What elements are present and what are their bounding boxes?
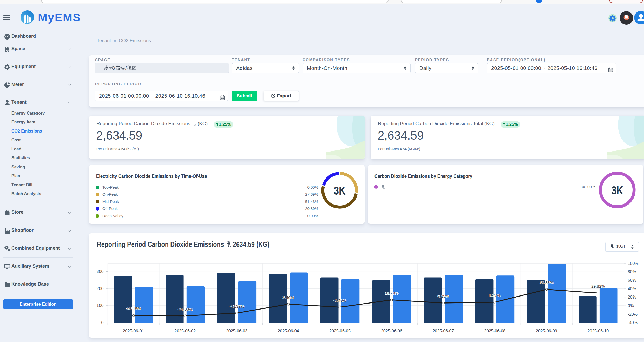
svg-text:3K: 3K — [612, 184, 623, 197]
svg-text:2025-06-06: 2025-06-06 — [381, 329, 402, 333]
svg-text:8.27%: 8.27% — [489, 293, 501, 298]
svg-text:100%: 100% — [628, 261, 639, 266]
svg-text:20%: 20% — [628, 295, 636, 299]
svg-text:3K: 3K — [334, 184, 346, 197]
svg-text:80%: 80% — [628, 269, 636, 274]
svg-text:2025-06-03: 2025-06-03 — [226, 329, 247, 333]
svg-text:200: 200 — [97, 286, 104, 291]
svg-text:40%: 40% — [628, 287, 636, 291]
svg-text:2025-06-04: 2025-06-04 — [278, 329, 299, 333]
svg-text:2025-06-01: 2025-06-01 — [123, 329, 144, 333]
svg-text:-40%: -40% — [628, 320, 638, 325]
svg-text:-24.03%: -24.03% — [178, 307, 193, 311]
svg-text:-3.46%: -3.46% — [334, 298, 346, 302]
svg-text:0: 0 — [101, 320, 103, 325]
svg-text:300: 300 — [97, 269, 104, 274]
svg-text:2025-06-07: 2025-06-07 — [432, 329, 454, 333]
svg-text:6.25%: 6.25% — [437, 294, 449, 298]
svg-text:38.38%: 38.38% — [540, 280, 553, 285]
svg-text:0%: 0% — [628, 304, 634, 308]
svg-text:100: 100 — [97, 303, 104, 308]
svg-text:-23.15%: -23.15% — [126, 306, 141, 311]
svg-text:2025-06-05: 2025-06-05 — [329, 329, 351, 333]
svg-text:60%: 60% — [628, 278, 636, 282]
svg-text:2025-06-10: 2025-06-10 — [587, 329, 609, 333]
svg-text:-17.39%: -17.39% — [229, 304, 244, 308]
svg-text:-20%: -20% — [628, 312, 638, 317]
svg-text:13.70%: 13.70% — [385, 291, 399, 295]
svg-text:29.82%: 29.82% — [591, 284, 605, 288]
svg-text:3.56%: 3.56% — [283, 295, 294, 300]
svg-text:2025-06-09: 2025-06-09 — [536, 329, 557, 333]
svg-text:2025-06-08: 2025-06-08 — [484, 329, 505, 333]
svg-text:2025-06-02: 2025-06-02 — [174, 329, 196, 333]
